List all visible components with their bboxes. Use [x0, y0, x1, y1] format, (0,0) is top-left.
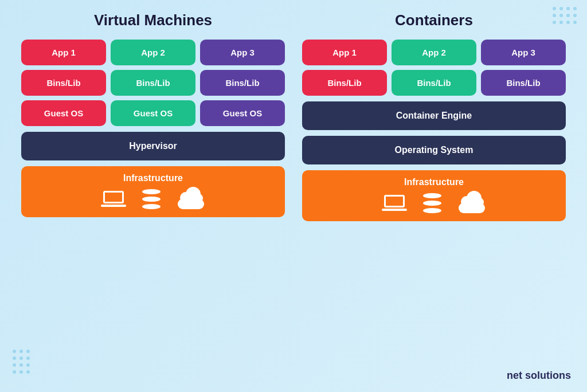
brand-solutions: solutions [525, 370, 571, 381]
container-engine-box: Container Engine [302, 101, 566, 130]
c-bins1: Bins/Lib [302, 70, 387, 96]
vm-column: Virtual Machines App 1 App 2 App 3 Bins/… [21, 11, 285, 217]
cloud-icon [177, 191, 205, 209]
cloud-icon-2 [457, 195, 486, 213]
vm-bins2: Bins/Lib [111, 70, 195, 96]
c-bins2: Bins/Lib [392, 70, 476, 96]
vm-bins3: Bins/Lib [200, 70, 285, 96]
vm-title: Virtual Machines [94, 11, 212, 29]
laptop-icon [101, 191, 126, 209]
brand-net: net [507, 370, 525, 381]
containers-infra-icons [382, 193, 486, 213]
c-app1: App 1 [302, 40, 387, 65]
decorative-dots-top-right [553, 7, 578, 25]
vm-app2: App 2 [111, 40, 195, 65]
vm-app3: App 3 [200, 40, 285, 65]
laptop-icon-2 [382, 195, 407, 213]
vm-infrastructure-box: Infrastructure [21, 166, 285, 217]
operating-system-box: Operating System [302, 136, 566, 164]
c-app2: App 2 [392, 40, 476, 65]
vm-guestos3: Guest OS [200, 100, 285, 126]
containers-infrastructure-box: Infrastructure [302, 170, 566, 221]
containers-column: Containers App 1 App 2 App 3 Bins/Lib Bi… [302, 11, 566, 221]
vm-guestos2: Guest OS [111, 100, 195, 126]
vm-app-grid: App 1 App 2 App 3 Bins/Lib Bins/Lib Bins… [21, 40, 285, 126]
vm-infrastructure-label: Infrastructure [123, 173, 183, 183]
vm-app1: App 1 [21, 40, 106, 65]
decorative-dots-bottom-left [13, 350, 31, 375]
branding: net solutions [507, 370, 571, 382]
main-container: Virtual Machines App 1 App 2 App 3 Bins/… [0, 0, 587, 392]
c-app3: App 3 [481, 40, 566, 65]
containers-title: Containers [395, 11, 473, 29]
c-bins3: Bins/Lib [481, 70, 566, 96]
vm-bins1: Bins/Lib [21, 70, 106, 96]
containers-app-grid: App 1 App 2 App 3 Bins/Lib Bins/Lib Bins… [302, 40, 566, 96]
vm-infra-icons [101, 189, 205, 209]
hypervisor-box: Hypervisor [21, 132, 285, 160]
containers-infrastructure-label: Infrastructure [404, 177, 464, 187]
vm-guestos1: Guest OS [21, 100, 106, 126]
database-icon [142, 189, 161, 209]
database-icon-2 [423, 193, 441, 213]
